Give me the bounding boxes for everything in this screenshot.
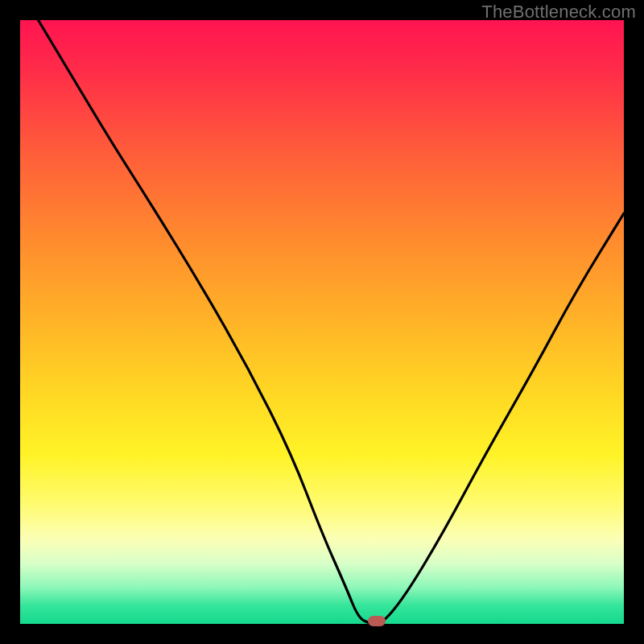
chart-frame: TheBottleneck.com [0, 0, 644, 644]
plot-area [20, 20, 624, 624]
optimal-marker [368, 616, 386, 626]
watermark-text: TheBottleneck.com [481, 2, 636, 23]
